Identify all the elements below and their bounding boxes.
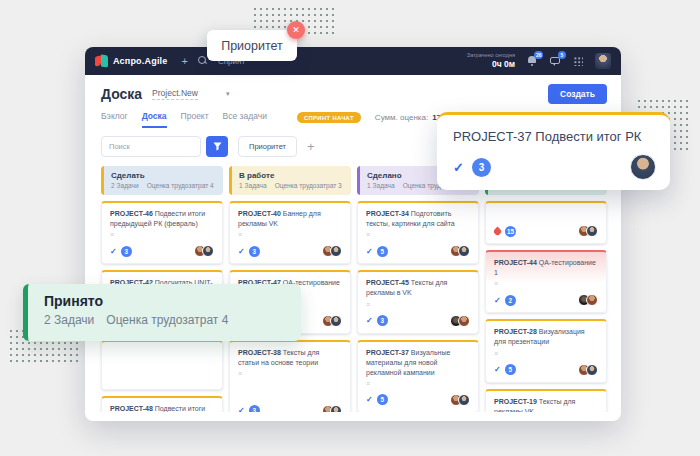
kanban-column-done: Сделано 1 Задача Оценка трудозатрат PROJ… — [357, 166, 479, 412]
deadline-fire-icon — [493, 226, 503, 236]
add-icon[interactable]: + — [182, 55, 188, 67]
assignee-avatar — [586, 364, 598, 376]
column-header: В работе 1 Задача Оценка трудозатрат 3 — [229, 166, 351, 195]
estimate-badge: 3 — [249, 405, 260, 412]
filter-button[interactable] — [206, 136, 228, 157]
description-icon: ≡ — [494, 350, 598, 357]
task-card[interactable]: PROJECT-45Тексты для рекламы в VK ≡ ✓ 3 — [357, 270, 479, 333]
messages-badge: 5 — [558, 51, 566, 59]
description-icon: ≡ — [494, 280, 598, 287]
notifications-button[interactable]: 26 — [526, 55, 538, 67]
tab-backlog[interactable]: Бэклог — [101, 111, 128, 128]
chevron-down-icon: ▾ — [226, 90, 230, 98]
apps-menu-button[interactable] — [572, 55, 584, 67]
check-icon: ✓ — [366, 247, 373, 256]
assignee-avatar — [330, 245, 342, 257]
estimate-badge: 3 — [472, 158, 491, 177]
sprint-status-badge: СПРИНТ НАЧАТ — [297, 112, 361, 123]
search-input[interactable] — [101, 136, 201, 157]
logo-icon — [95, 55, 108, 67]
app-name: Аспро.Agile — [113, 56, 168, 66]
estimate-badge: 5 — [377, 394, 388, 405]
project-selector[interactable]: Project.New ▾ — [152, 88, 229, 100]
tab-board[interactable]: Доска — [142, 111, 167, 128]
create-button[interactable]: Создать — [548, 84, 607, 104]
task-card[interactable]: PROJECT-28Визуализация для презентации ≡… — [485, 319, 607, 382]
assignee-avatar — [202, 245, 214, 257]
check-icon: ✓ — [366, 316, 373, 325]
assignee-avatar — [630, 154, 656, 180]
check-icon: ✓ — [238, 247, 245, 256]
description-icon: ≡ — [110, 231, 214, 238]
check-icon: ✓ — [366, 395, 373, 404]
app-window: Аспро.Agile + Спринт Затрачено сегодня 0… — [85, 47, 621, 421]
grid-icon — [573, 56, 583, 66]
estimate-badge: 5 — [505, 364, 516, 375]
column-header: Сделать 2 Задачи Оценка трудозатрат 4 — [101, 166, 223, 195]
assignee-avatar — [458, 245, 470, 257]
task-card[interactable]: 15 — [485, 201, 607, 244]
notifications-badge: 26 — [534, 51, 543, 59]
kanban-column-accepted: 15 PROJECT-44QA-тестирование 1 ≡ ✓ 2 — [485, 166, 607, 412]
app-logo[interactable]: Аспро.Agile — [95, 55, 168, 67]
task-card[interactable]: PROJECT-46Подвести итоги предыдущей РК (… — [101, 201, 223, 264]
app-top-bar: Аспро.Agile + Спринт Затрачено сегодня 0… — [85, 47, 621, 75]
assignee-avatar — [586, 225, 598, 237]
funnel-icon — [213, 142, 222, 151]
tab-project[interactable]: Проект — [181, 111, 209, 128]
check-icon: ✓ — [238, 406, 245, 412]
task-card[interactable] — [101, 340, 223, 390]
description-icon: ≡ — [238, 231, 342, 238]
accepted-column-highlight: Принято 2 Задачи Оценка трудозатрат 4 — [23, 284, 301, 341]
assignee-avatar — [330, 315, 342, 327]
board-toolbar: Доска Project.New ▾ Создать — [85, 75, 621, 104]
estimate-badge: 3 — [121, 246, 132, 257]
estimate-badge: 5 — [377, 246, 388, 257]
task-card[interactable]: PROJECT-19Тексты для рекламы VK ≡ ✓ 5 — [485, 389, 607, 412]
task-card[interactable]: PROJECT-38Тексты для статьи на основе те… — [229, 340, 351, 412]
task-card-overdue[interactable]: PROJECT-44QA-тестирование 1 ≡ ✓ 2 — [485, 250, 607, 313]
description-icon: ≡ — [366, 231, 470, 238]
estimate-badge: 3 — [377, 315, 388, 326]
task-card[interactable]: PROJECT-40Баннер для рекламы VK ≡ ✓ 3 — [229, 201, 351, 264]
check-icon: ✓ — [453, 160, 464, 175]
description-icon: ≡ — [366, 301, 470, 308]
assignee-avatar — [458, 315, 470, 327]
estimate-badge: 2 — [505, 295, 516, 306]
close-icon[interactable]: ✕ — [287, 21, 305, 39]
estimate-badge: 3 — [249, 246, 260, 257]
description-icon: ≡ — [366, 380, 470, 387]
task-card-highlight[interactable]: PROJECT-37 Подвести итог РК ✓ 3 — [437, 112, 670, 190]
description-icon: ≡ — [238, 370, 342, 377]
time-tracker[interactable]: Затрачено сегодня 0ч 0м — [467, 52, 515, 70]
estimate-badge: 15 — [505, 226, 516, 237]
check-icon: ✓ — [494, 296, 501, 305]
user-avatar[interactable] — [595, 53, 611, 69]
tab-all-tasks[interactable]: Все задачи — [223, 111, 267, 128]
priority-tooltip: Приоритет ✕ — [207, 30, 297, 61]
assignee-avatar — [458, 394, 470, 406]
assignee-avatar — [330, 405, 342, 412]
search-icon[interactable] — [198, 56, 208, 66]
check-icon: ✓ — [110, 247, 117, 256]
check-icon: ✓ — [494, 365, 501, 374]
task-card[interactable]: PROJECT-34Подготовить тексты, картинки д… — [357, 201, 479, 264]
priority-filter-chip[interactable]: Приоритет — [238, 136, 297, 157]
messages-button[interactable]: 5 — [549, 55, 561, 67]
add-filter-icon[interactable]: + — [307, 140, 315, 153]
page-title: Доска — [101, 86, 142, 102]
assignee-avatar — [586, 294, 598, 306]
task-card[interactable]: PROJECT-37Визуальные материалы для новой… — [357, 340, 479, 412]
task-card[interactable]: PROJECT-48Подвести итоги РК ≡ ✓ 3 — [101, 396, 223, 412]
